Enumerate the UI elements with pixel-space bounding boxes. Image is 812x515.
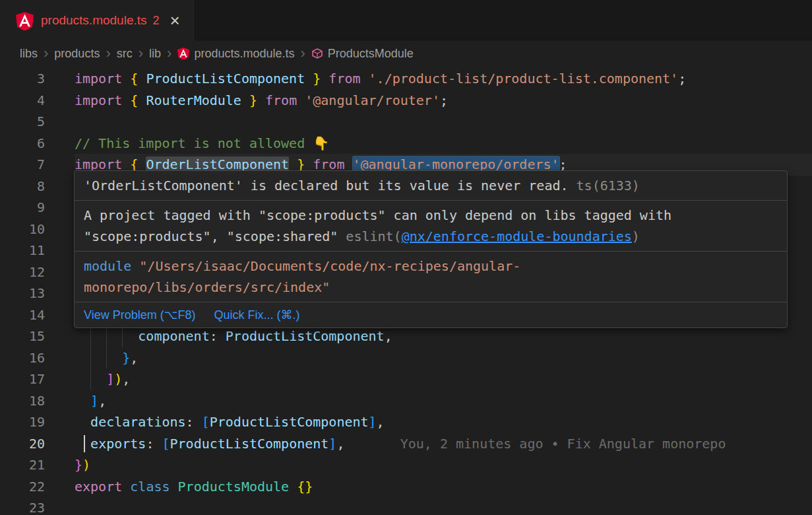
breadcrumb-item-productsmodule[interactable]: ProductsModule (311, 47, 414, 61)
code-token: RouterModule (138, 92, 249, 108)
code-line-5[interactable]: 5 (0, 111, 812, 133)
code-token: ) (114, 371, 122, 387)
code-token: ProductListComponent (226, 328, 385, 344)
line-number: 10 (0, 219, 45, 240)
breadcrumb-item-products-module-ts[interactable]: products.module.ts (177, 47, 294, 61)
breadcrumb-item-products[interactable]: products (54, 47, 100, 61)
indent-guide (90, 347, 91, 369)
breadcrumb-label: src (117, 47, 133, 61)
code-token (170, 479, 178, 495)
hover-message-line: monorepo/libs/orders/src/index" (84, 277, 778, 298)
code-token: ] (328, 436, 336, 452)
code-token: class (130, 479, 170, 495)
code-token: { (130, 92, 138, 108)
code-line-6[interactable]: 6// This import is not allowed 👇 (0, 133, 812, 154)
code-token: ; (440, 92, 448, 108)
code-token: ProductListComponent (210, 414, 369, 430)
indent-guide (106, 347, 107, 369)
breadcrumb-label: libs (20, 47, 38, 61)
code-token: : (146, 436, 162, 452)
line-number: 21 (0, 454, 45, 476)
hover-section-1: 'OrderListComponent' is declared but its… (75, 171, 787, 201)
code-line-21[interactable]: 21}) (0, 454, 812, 476)
code-line-3[interactable]: 3import { ProductListComponent } from '.… (0, 68, 812, 90)
code-token: ; (678, 71, 686, 86)
code-token: component (138, 328, 209, 344)
code-token: declarations (90, 414, 186, 430)
line-number: 17 (0, 368, 45, 390)
line-number: 4 (0, 90, 45, 112)
line-number: 16 (0, 347, 45, 369)
chevron-right-icon: › (106, 47, 110, 60)
code-token (75, 436, 90, 452)
code-token: , (122, 371, 130, 387)
code-token (361, 71, 369, 86)
code-token (289, 479, 297, 495)
code-token: from (265, 92, 297, 108)
code-token (75, 393, 90, 409)
code-token: } (122, 350, 130, 366)
code-editor: 3import { ProductListComponent } from '.… (0, 66, 812, 515)
line-number: 15 (0, 326, 45, 347)
tab-products-module-ts[interactable]: products.module.ts 2 × (0, 0, 194, 41)
hover-messages: 'OrderListComponent' is declared but its… (75, 171, 787, 302)
code-token (75, 350, 122, 366)
code-token (257, 92, 265, 108)
line-number: 5 (0, 111, 45, 133)
line-number: 18 (0, 390, 45, 412)
hover-message-line: A project tagged with "scope:products" c… (84, 205, 778, 226)
breadcrumb-item-lib[interactable]: lib (149, 47, 161, 61)
code-token: eslint( (346, 228, 401, 244)
code-line-22[interactable]: 22export class ProductsModule {} (0, 476, 812, 498)
code-token: ] (106, 371, 114, 387)
problem-hover-popup: 'OrderListComponent' is declared but its… (74, 170, 788, 328)
code-token: module (84, 258, 131, 274)
hover-message-line: module "/Users/isaac/Documents/code/nx-r… (84, 256, 778, 277)
indent-guide (106, 326, 107, 347)
tab-title: products.module.ts (41, 13, 147, 28)
code-token: ProductsModule (178, 479, 290, 495)
close-icon[interactable]: × (170, 12, 180, 29)
code-token: : (186, 414, 202, 430)
code-token (122, 71, 130, 86)
line-number: 9 (0, 197, 45, 219)
breadcrumb-item-libs[interactable]: libs (20, 47, 38, 61)
code-line-16[interactable]: 16 }, (0, 347, 812, 369)
code-line-17[interactable]: 17 ]), (0, 368, 812, 390)
view-problem-action[interactable]: View Problem (⌥F8) (84, 308, 195, 322)
code-token: , (385, 328, 392, 344)
code-line-15[interactable]: 15 component: ProductListComponent, (0, 326, 812, 347)
hover-message-line: 'OrderListComponent' is declared but its… (84, 175, 778, 196)
code-token: "scope:products", "scope:shared" (84, 228, 346, 244)
code-token: A project tagged with "scope:products" c… (84, 207, 671, 223)
code-token: @nx/enforce-module-boundaries (402, 228, 632, 244)
indent-guide (90, 326, 91, 347)
code-line-23[interactable]: 23 (0, 497, 812, 515)
chevron-right-icon: › (139, 47, 143, 60)
line-number: 12 (0, 261, 45, 283)
code-line-20[interactable]: 20 exports: [ProductListComponent],You, … (0, 433, 812, 455)
code-token (569, 178, 577, 193)
code-line-4[interactable]: 4import { RouterModule } from '@angular/… (0, 90, 812, 112)
code-token: import (75, 71, 122, 86)
breadcrumb-label: ProductsModule (328, 47, 414, 61)
hover-message-line: "scope:products", "scope:shared" eslint(… (84, 226, 778, 247)
line-number: 23 (0, 497, 45, 515)
code-token: from (328, 71, 360, 86)
line-number: 13 (0, 283, 45, 304)
line-number: 6 (0, 133, 45, 154)
code-token: ] (90, 393, 98, 409)
line-number: 8 (0, 176, 45, 197)
code-token: monorepo/libs/orders/src/index" (84, 279, 330, 295)
code-token: "/Users/isaac/Documents/code/nx-recipes/… (139, 258, 520, 274)
breadcrumb-item-src[interactable]: src (117, 47, 133, 61)
chevron-right-icon: › (167, 47, 172, 60)
breadcrumb-label: products.module.ts (194, 47, 294, 61)
code-token: } (313, 71, 321, 86)
code-token: 👇 (313, 135, 329, 151)
line-number: 20 (0, 433, 45, 455)
code-line-18[interactable]: 18 ], (0, 390, 812, 412)
quick-fix-action[interactable]: Quick Fix... (⌘.) (214, 308, 299, 322)
code-line-19[interactable]: 19 declarations: [ProductListComponent], (0, 411, 812, 433)
code-token: , (377, 414, 385, 430)
